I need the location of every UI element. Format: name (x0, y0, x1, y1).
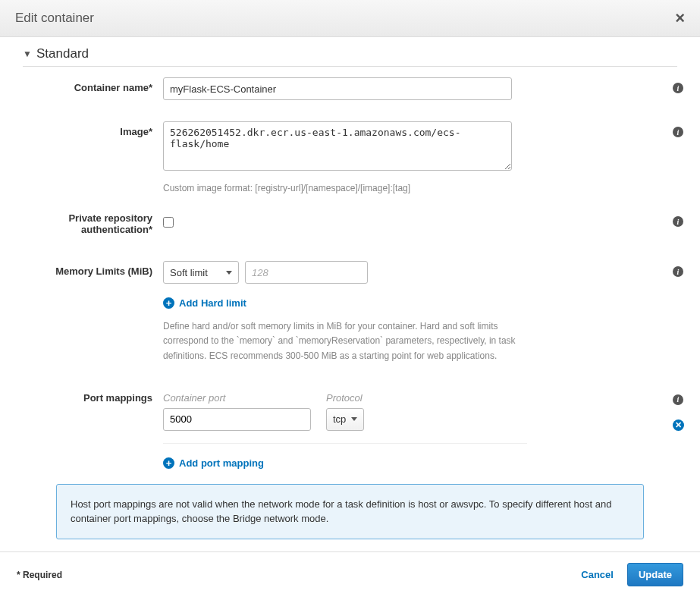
label-port-mappings: Port mappings (23, 392, 163, 404)
port-col-header-port: Container port (163, 392, 311, 404)
memory-limit-type-select[interactable]: Soft limit (163, 261, 239, 284)
modal-header: Edit container × (0, 0, 700, 37)
info-icon[interactable]: i (673, 83, 683, 93)
protocol-select[interactable]: tcp (326, 408, 364, 431)
add-hard-limit-button[interactable]: + Add Hard limit (163, 297, 246, 309)
add-hard-limit-label: Add Hard limit (179, 297, 246, 309)
memory-limit-input[interactable] (245, 261, 368, 284)
protocol-value: tcp (333, 413, 346, 425)
row-port-mappings: Port mappings Container port Protocol tc… (23, 392, 677, 469)
private-repo-checkbox[interactable] (163, 217, 174, 228)
memory-limit-type-value: Soft limit (170, 267, 208, 278)
row-container-name: Container name* i (23, 77, 677, 100)
modal-body: ▼ Standard Container name* i Image* i Cu… (0, 37, 700, 545)
section-standard-title: Standard (36, 46, 89, 61)
info-icon[interactable]: i (673, 216, 683, 227)
info-icon[interactable]: i (673, 127, 683, 137)
label-container-name: Container name* (23, 77, 163, 93)
plus-icon: + (163, 457, 174, 469)
image-help-text: Custom image format: [registry-url]/[nam… (163, 181, 410, 196)
update-button[interactable]: Update (627, 563, 683, 586)
image-input[interactable] (163, 121, 512, 171)
row-image: Image* i Custom image format: [registry-… (23, 121, 677, 196)
container-port-input[interactable] (163, 408, 311, 431)
chevron-down-icon (351, 417, 357, 421)
modal-footer: * Required Cancel Update (0, 551, 700, 597)
label-memory-limits: Memory Limits (MiB) (23, 261, 163, 277)
info-icon[interactable]: i (673, 266, 683, 277)
plus-icon: + (163, 297, 174, 309)
chevron-down-icon (226, 271, 232, 275)
close-icon[interactable]: × (675, 10, 685, 27)
label-private-repo: Private repository authentication* (23, 211, 163, 235)
modal-title: Edit container (15, 11, 94, 26)
container-name-input[interactable] (163, 77, 512, 100)
add-port-mapping-label: Add port mapping (179, 457, 264, 469)
info-icon[interactable]: i (673, 394, 683, 405)
add-port-mapping-button[interactable]: + Add port mapping (163, 457, 264, 469)
required-note: * Required (17, 570, 62, 580)
chevron-down-icon: ▼ (23, 49, 30, 59)
row-memory-limits: Memory Limits (MiB) Soft limit i + Add H… (23, 261, 677, 363)
divider (163, 443, 527, 444)
label-image: Image* (23, 121, 163, 137)
memory-help-text: Define hard and/or soft memory limits in… (163, 319, 527, 363)
remove-port-mapping-button[interactable]: ✕ (673, 419, 684, 431)
cancel-button[interactable]: Cancel (581, 569, 614, 580)
section-standard-header[interactable]: ▼ Standard (23, 46, 677, 67)
port-col-header-protocol: Protocol (326, 392, 364, 404)
row-private-repo: Private repository authentication* i (23, 211, 677, 235)
section-standard: ▼ Standard Container name* i Image* i Cu… (0, 37, 700, 539)
info-box-network-mode: Host port mappings are not valid when th… (56, 484, 644, 539)
